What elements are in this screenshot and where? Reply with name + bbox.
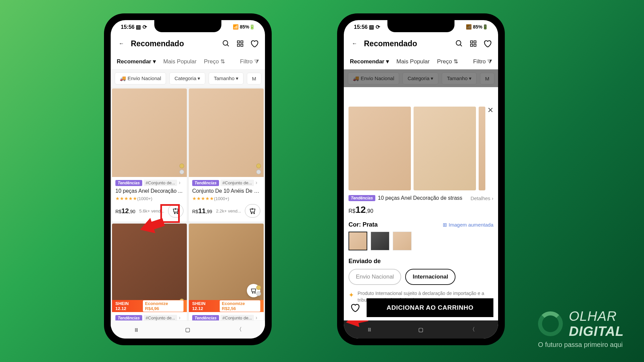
tab-popular[interactable]: Mais Popular <box>163 58 197 65</box>
color-swatch[interactable] <box>393 232 412 250</box>
product-name: Conjunto De 10 Anéis De D... <box>192 188 260 194</box>
recents-icon[interactable]: ⫼ <box>134 327 139 333</box>
search-icon[interactable] <box>221 39 231 48</box>
svg-line-14 <box>460 45 462 46</box>
product-image: SHEIN 12.12Economize R$2,56 <box>189 224 264 312</box>
heart-icon[interactable] <box>250 39 259 48</box>
recents-icon[interactable]: ⫼ <box>367 326 372 333</box>
tab-price[interactable]: Preço ⇅ <box>204 58 225 65</box>
screen-right: 15:56 ▧ ⟳📶 85%🔋 ←Recomendado Recomendar … <box>344 20 498 339</box>
svg-point-6 <box>174 213 175 214</box>
brand-name: OLHARDIGITAL <box>569 309 624 339</box>
home-icon[interactable]: ▢ <box>185 326 190 333</box>
product-image <box>112 88 187 177</box>
svg-line-1 <box>227 45 229 46</box>
product-price: R$12,90 <box>115 207 136 215</box>
back-icon[interactable]: ← <box>117 39 126 48</box>
modal-image-carousel[interactable] <box>348 107 493 190</box>
hashtag: #Conjunto de... <box>144 180 177 186</box>
sold-count: 2.2k+ vend... <box>216 208 241 214</box>
modal-image[interactable] <box>479 107 485 190</box>
product-image <box>189 88 264 177</box>
zoom-link[interactable]: ⊞ Imagem aumentada <box>443 222 493 228</box>
svg-rect-17 <box>471 44 473 46</box>
svg-point-8 <box>251 213 252 214</box>
svg-point-11 <box>255 292 256 293</box>
ship-from-label: Enviado de <box>348 258 493 265</box>
svg-rect-3 <box>241 41 243 43</box>
color-swatches <box>348 232 493 250</box>
svg-point-10 <box>252 292 253 293</box>
modal-image[interactable] <box>414 107 476 190</box>
product-modal: ✕ Tendências 10 peças Anel Decoração de … <box>344 102 498 320</box>
add-to-cart-button[interactable]: ADICIONAR AO CARRINHO <box>367 298 493 317</box>
sold-count: 5.6k+ vend... <box>139 208 164 214</box>
ship-national-button[interactable]: Envio Nacional <box>348 269 401 285</box>
phone-right: 15:56 ▧ ⟳📶 85%🔋 ←Recomendado Recomendar … <box>337 13 505 345</box>
product-grid: Tendências #Conjunto de... › 10 peças An… <box>111 87 265 326</box>
hashtag: #Conjunto de... <box>220 180 254 186</box>
sale-banner: SHEIN 12.12Economize R$2,56 <box>189 300 264 312</box>
brand-watermark: OLHARDIGITAL O futuro passa primeiro aqu… <box>538 309 624 349</box>
highlight-arrow-icon <box>140 213 166 233</box>
modal-price: R$12,90 <box>348 204 493 215</box>
home-icon[interactable]: ▢ <box>418 326 423 333</box>
product-price: R$11,99 <box>192 207 212 215</box>
back-nav-icon[interactable]: 〈 <box>470 326 475 333</box>
product-card[interactable]: SHEIN 12.12Economize R$2,56 Tendências #… <box>189 224 264 325</box>
trend-badge: Tendências <box>115 180 142 186</box>
tab-recommend[interactable]: Recomendar ▾ <box>117 58 156 65</box>
svg-point-9 <box>254 213 255 214</box>
modal-product-name: 10 peças Anel Decoração de strass <box>378 195 468 201</box>
svg-rect-18 <box>474 44 476 46</box>
trend-badge: Tendências <box>192 180 219 186</box>
svg-rect-15 <box>471 41 473 43</box>
phone-left: 15:56 ▧ ⟳ 📶 85%🔋 ← Recomendado Recomenda… <box>104 13 272 345</box>
svg-rect-4 <box>237 44 239 46</box>
screen-left: 15:56 ▧ ⟳ 📶 85%🔋 ← Recomendado Recomenda… <box>111 20 265 339</box>
svg-marker-12 <box>140 215 166 233</box>
chip-more[interactable]: M <box>247 73 261 84</box>
product-card[interactable]: SHEIN 12.12Economize R$4,96 Tendências #… <box>112 224 187 325</box>
svg-rect-2 <box>237 41 239 43</box>
android-nav: ⫼ ▢ 〈 <box>111 320 265 339</box>
ship-international-button[interactable]: Internacional <box>405 269 455 285</box>
add-to-cart-icon[interactable] <box>245 204 260 218</box>
top-bar: ← Recomendado <box>111 34 265 54</box>
product-card[interactable]: Tendências #Conjunto de... › Conjunto De… <box>189 88 264 222</box>
chip-category[interactable]: Categoria ▾ <box>169 72 205 84</box>
color-label: Cor: Prata <box>348 221 378 228</box>
svg-point-7 <box>177 213 178 214</box>
color-swatch[interactable] <box>371 232 389 250</box>
svg-point-13 <box>456 41 461 45</box>
shipping-options: Envio Nacional Internacional <box>348 269 493 285</box>
svg-rect-5 <box>241 44 243 46</box>
chip-shipping[interactable]: 🚚 Envio Nacional <box>115 72 166 84</box>
close-icon[interactable]: ✕ <box>487 106 493 115</box>
rating-stars: ★★★★★ <box>115 196 137 201</box>
svg-rect-16 <box>474 41 476 43</box>
add-to-cart-icon[interactable] <box>168 204 183 218</box>
notch <box>154 20 221 32</box>
sort-tabs: Recomendar ▾ Mais Popular Preço ⇅ Filtro… <box>111 54 265 70</box>
product-image: SHEIN 12.12Economize R$4,96 <box>112 224 187 312</box>
grid-view-icon[interactable] <box>235 39 245 48</box>
svg-point-0 <box>223 41 228 45</box>
product-name: 10 peças Anel Decoração ... <box>115 188 183 194</box>
back-nav-icon[interactable]: 〈 <box>236 326 242 333</box>
product-card[interactable]: Tendências #Conjunto de... › 10 peças An… <box>112 88 187 222</box>
page-title: Recomendado <box>131 39 217 48</box>
brand-tagline: O futuro passa primeiro aqui <box>538 341 624 349</box>
chip-size[interactable]: Tamanho ▾ <box>209 72 244 84</box>
modal-image[interactable] <box>348 107 411 190</box>
trend-badge: Tendências <box>348 195 375 201</box>
tab-filter[interactable]: Filtro ⧩ <box>240 58 259 65</box>
notch <box>387 20 454 32</box>
rating-stars: ★★★★★ <box>192 196 214 201</box>
brand-logo-icon <box>538 311 563 336</box>
color-swatch[interactable] <box>348 232 367 250</box>
details-link[interactable]: Detalhes › <box>471 195 493 201</box>
filter-chips: 🚚 Envio Nacional Categoria ▾ Tamanho ▾ M <box>111 70 265 87</box>
favorite-icon[interactable] <box>348 301 361 314</box>
sale-banner: SHEIN 12.12Economize R$4,96 <box>112 300 187 312</box>
